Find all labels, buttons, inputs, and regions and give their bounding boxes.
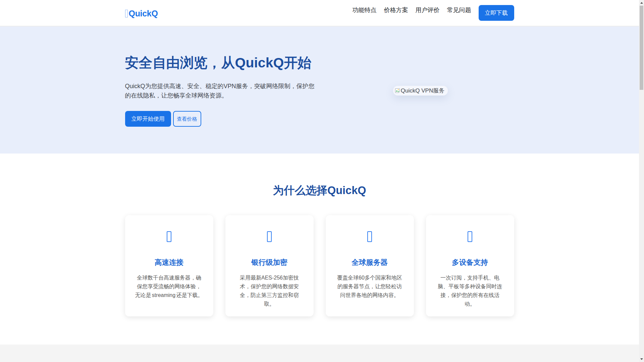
feature-card-servers: 全球服务器 覆盖全球60多个国家和地区的服务器节点，让您轻松访问世界各地的网络内… (326, 215, 414, 316)
feature-card-devices: 多设备支持 一次订阅，支持手机、电脑、平板等多种设备同时连接，保护您的所有在线活… (426, 215, 514, 316)
navbar: QuickQ 功能特点 价格方案 用户评价 常见问题 立即下载 (0, 0, 639, 26)
missing-glyph-icon (167, 231, 171, 242)
scrollbar-thumb[interactable] (640, 6, 643, 90)
scrollbar (639, 0, 644, 362)
missing-glyph-icon (267, 231, 272, 242)
feature-card-description: 一次订阅，支持手机、电脑、平板等多种设备同时连接，保护您的所有在线活动。 (436, 274, 504, 308)
missing-glyph-icon (367, 231, 372, 242)
nav-link-pricing[interactable]: 价格方案 (384, 6, 408, 14)
hero-image-alt-text: QuickQ VPN服务 (401, 87, 444, 95)
feature-icon-speed (135, 229, 204, 245)
hero-section: 安全自由浏览，从QuickQ开始 QuickQ为您提供高速、安全、稳定的VPN服… (0, 26, 639, 154)
nav-menu: 功能特点 价格方案 用户评价 常见问题 立即下载 (353, 5, 514, 21)
feature-icon-servers (335, 229, 404, 245)
broken-image-icon (395, 88, 400, 94)
feature-card-title: 银行级加密 (235, 258, 304, 267)
feature-card-description: 覆盖全球60多个国家和地区的服务器节点，让您轻松访问世界各地的网络内容。 (335, 274, 404, 300)
features-title: 为什么选择QuickQ (0, 184, 639, 197)
logo-placeholder-icon (125, 10, 128, 17)
hero-description: QuickQ为您提供高速、安全、稳定的VPN服务，突破网络限制，保护您的在线隐私… (125, 81, 316, 100)
nav-link-reviews[interactable]: 用户评价 (416, 6, 440, 14)
feature-icon-encryption (235, 229, 304, 245)
feature-icon-devices (436, 229, 504, 245)
hero-title: 安全自由浏览，从QuickQ开始 (125, 55, 320, 71)
scroll-up-arrow-icon (640, 2, 643, 4)
brand-name: QuickQ (129, 9, 158, 18)
features-section: 为什么选择QuickQ 高速连接 全球数千台高速服务器，确保您享受流畅的网络体验… (0, 154, 639, 345)
next-section-strip (0, 345, 639, 362)
get-started-button[interactable]: 立即开始使用 (125, 111, 171, 127)
scroll-down-arrow-icon (640, 358, 643, 360)
missing-glyph-icon (468, 231, 472, 242)
hero-image-broken: QuickQ VPN服务 (393, 86, 448, 96)
nav-link-features[interactable]: 功能特点 (353, 6, 377, 14)
feature-card-title: 全球服务器 (335, 258, 404, 267)
brand-logo[interactable]: QuickQ (125, 9, 158, 18)
feature-card-encryption: 银行级加密 采用最新AES-256加密技术，保护您的网络数据安全，防止第三方监控… (225, 215, 314, 316)
feature-card-description: 全球数千台高速服务器，确保您享受流畅的网络体验，无论是 streaming 还是… (135, 274, 204, 300)
page: QuickQ 功能特点 价格方案 用户评价 常见问题 立即下载 安全自由浏览，从… (0, 0, 639, 362)
view-pricing-button[interactable]: 查看价格 (173, 111, 201, 127)
feature-card-speed: 高速连接 全球数千台高速服务器，确保您享受流畅的网络体验，无论是 streami… (125, 215, 213, 316)
feature-card-title: 高速连接 (135, 258, 204, 267)
nav-link-faq[interactable]: 常见问题 (447, 6, 471, 14)
download-button[interactable]: 立即下载 (479, 5, 514, 21)
feature-card-title: 多设备支持 (436, 258, 504, 267)
feature-card-description: 采用最新AES-256加密技术，保护您的网络数据安全，防止第三方监控和窃取。 (235, 274, 304, 308)
